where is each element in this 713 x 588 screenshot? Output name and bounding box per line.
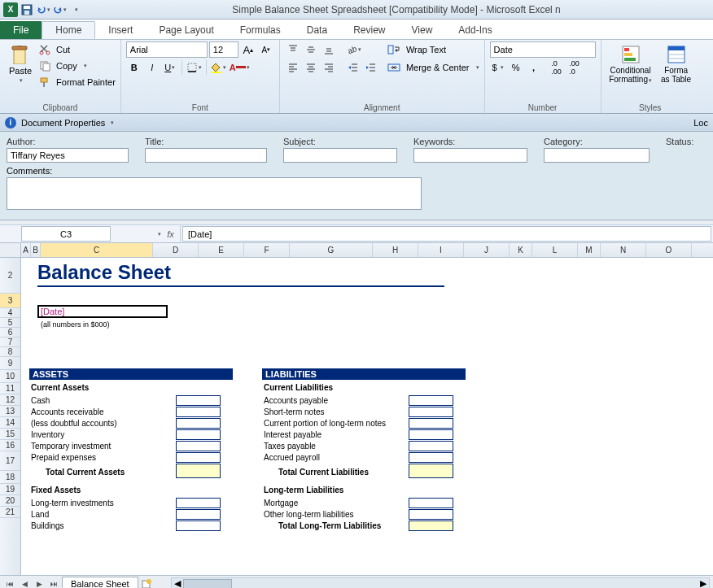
tab-insert[interactable]: Insert (95, 21, 146, 39)
cut-button[interactable]: Cut (39, 41, 116, 58)
subject-field[interactable] (283, 148, 397, 163)
lt-inv-value-cell[interactable] (176, 498, 221, 508)
column-header-G[interactable]: G (290, 243, 373, 257)
cells-area[interactable]: Balance Sheet [Date] (all numbers in $00… (21, 258, 713, 575)
column-header-F[interactable]: F (244, 243, 290, 257)
align-left-icon[interactable] (285, 59, 301, 76)
format-as-table-button[interactable]: Formaas Table (658, 41, 694, 95)
align-center-icon[interactable] (303, 59, 319, 76)
ap-value-cell[interactable] (409, 395, 453, 406)
spreadsheet-grid[interactable]: 23456789101112131415161718192021 Balance… (0, 258, 713, 575)
tax-pay-value-cell[interactable] (409, 441, 453, 451)
prev-sheet-icon[interactable]: ◀ (18, 577, 31, 589)
column-header-J[interactable]: J (464, 243, 510, 257)
column-header-M[interactable]: M (578, 243, 601, 257)
font-color-button[interactable]: A▾ (229, 59, 251, 76)
column-header-I[interactable]: I (418, 243, 464, 257)
buildings-value-cell[interactable] (176, 520, 221, 531)
column-header-N[interactable]: N (601, 243, 646, 257)
row-header-10[interactable]: 10 (0, 370, 20, 383)
align-middle-icon[interactable] (303, 41, 319, 58)
ar-value-cell[interactable] (176, 407, 221, 417)
st-notes-value-cell[interactable] (409, 407, 453, 417)
column-header-D[interactable]: D (153, 243, 199, 257)
horizontal-scrollbar[interactable]: ◀ ▶ (171, 577, 710, 589)
comments-field[interactable] (7, 177, 422, 210)
category-field[interactable] (544, 148, 650, 163)
format-painter-button[interactable]: Format Painter (39, 74, 116, 90)
row-header-15[interactable]: 15 (0, 429, 20, 440)
row-header-9[interactable]: 9 (0, 357, 20, 370)
column-header-O[interactable]: O (646, 243, 692, 257)
align-top-icon[interactable] (285, 41, 301, 58)
other-lt-value-cell[interactable] (409, 509, 453, 520)
border-button[interactable]: ▾ (186, 59, 203, 76)
curr-lt-value-cell[interactable] (409, 418, 453, 429)
row-header-20[interactable]: 20 (0, 495, 20, 507)
decrease-decimal-icon[interactable]: .00.0 (566, 59, 583, 76)
align-right-icon[interactable] (321, 59, 337, 76)
cash-value-cell[interactable] (176, 395, 221, 406)
row-header-3[interactable]: 3 (0, 294, 20, 308)
title-field[interactable] (145, 148, 267, 163)
qat-customize-icon[interactable]: ▾ (68, 2, 83, 17)
comma-button[interactable]: , (526, 59, 542, 76)
next-sheet-icon[interactable]: ▶ (33, 577, 46, 589)
tab-file[interactable]: File (0, 21, 42, 39)
first-sheet-icon[interactable]: ⏮ (3, 577, 16, 589)
redo-icon[interactable]: ▾ (52, 2, 67, 17)
row-header-12[interactable]: 12 (0, 394, 20, 406)
fill-color-button[interactable]: ▾ (210, 59, 227, 76)
copy-button[interactable]: Copy ▾ (39, 58, 116, 74)
tab-view[interactable]: View (399, 21, 446, 39)
column-header-C[interactable]: C (41, 243, 153, 257)
orientation-icon[interactable]: ab▾ (345, 41, 362, 58)
font-name-select[interactable] (126, 41, 208, 58)
author-field[interactable] (7, 148, 129, 163)
wrap-text-button[interactable]: Wrap Text (387, 41, 479, 58)
column-header-B[interactable]: B (31, 243, 41, 257)
decrease-indent-icon[interactable] (345, 59, 361, 76)
tab-home[interactable]: Home (42, 21, 95, 39)
tab-data[interactable]: Data (294, 21, 340, 39)
row-header-8[interactable]: 8 (0, 347, 20, 357)
land-value-cell[interactable] (176, 509, 221, 520)
date-cell[interactable]: [Date] (37, 305, 168, 318)
row-header-17[interactable]: 17 (0, 451, 20, 471)
conditional-formatting-button[interactable]: ConditionalFormatting▾ (606, 41, 655, 95)
row-header-4[interactable]: 4 (0, 308, 20, 318)
merge-center-button[interactable]: Merge & Center ▾ (387, 59, 479, 76)
row-header-6[interactable]: 6 (0, 328, 20, 338)
accr-pay-value-cell[interactable] (409, 452, 453, 463)
column-header-K[interactable]: K (510, 243, 532, 257)
column-header-E[interactable]: E (199, 243, 244, 257)
number-format-select[interactable] (490, 41, 596, 58)
docprops-title[interactable]: Document Properties (21, 118, 105, 128)
row-header-2[interactable]: 2 (0, 258, 20, 294)
row-header-5[interactable]: 5 (0, 318, 20, 328)
save-icon[interactable] (20, 2, 34, 17)
increase-indent-icon[interactable] (363, 59, 379, 76)
total-lt-value-cell[interactable] (409, 520, 453, 531)
decrease-font-icon[interactable]: A▾ (258, 41, 274, 58)
total-cl-value-cell[interactable] (409, 464, 453, 478)
less-doubtful-value-cell[interactable] (176, 418, 221, 429)
scroll-right-icon[interactable]: ▶ (698, 578, 709, 589)
select-all-corner[interactable] (0, 243, 21, 257)
align-bottom-icon[interactable] (321, 41, 337, 58)
underline-button[interactable]: U▾ (162, 59, 178, 76)
temp-inv-value-cell[interactable] (176, 441, 221, 451)
name-box[interactable] (21, 226, 111, 242)
row-header-11[interactable]: 11 (0, 383, 20, 394)
tab-formulas[interactable]: Formulas (227, 21, 294, 39)
sheet-tab-balance-sheet[interactable]: Balance Sheet (62, 577, 138, 588)
font-size-select[interactable] (209, 41, 238, 58)
increase-decimal-icon[interactable]: .0.00 (549, 59, 565, 76)
increase-font-icon[interactable]: A▴ (240, 41, 256, 58)
italic-button[interactable]: I (144, 59, 160, 76)
inventory-value-cell[interactable] (176, 429, 221, 440)
formula-input[interactable] (182, 226, 711, 242)
new-sheet-icon[interactable] (140, 577, 153, 589)
column-header-L[interactable]: L (532, 243, 578, 257)
docprops-dropdown-icon[interactable]: ▾ (111, 120, 114, 126)
